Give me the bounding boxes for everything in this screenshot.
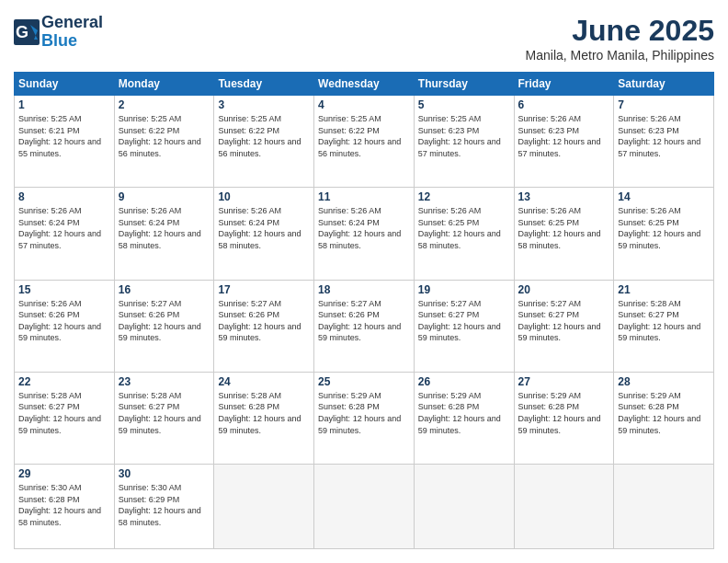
table-row: 15Sunrise: 5:26 AMSunset: 6:26 PMDayligh… (15, 280, 115, 372)
table-row: 22Sunrise: 5:28 AMSunset: 6:27 PMDayligh… (15, 372, 115, 464)
logo-icon: G (14, 19, 40, 45)
table-row: 21Sunrise: 5:28 AMSunset: 6:27 PMDayligh… (614, 280, 714, 372)
table-row: 23Sunrise: 5:28 AMSunset: 6:27 PMDayligh… (114, 372, 214, 464)
table-row: 24Sunrise: 5:28 AMSunset: 6:28 PMDayligh… (214, 372, 314, 464)
header-sunday: Sunday (15, 73, 115, 96)
header-friday: Friday (514, 73, 614, 96)
table-row: 16Sunrise: 5:27 AMSunset: 6:26 PMDayligh… (114, 280, 214, 372)
table-row: 30Sunrise: 5:30 AMSunset: 6:29 PMDayligh… (114, 465, 214, 549)
table-row (414, 465, 514, 549)
table-row: 14Sunrise: 5:26 AMSunset: 6:25 PMDayligh… (614, 188, 714, 280)
header: G General Blue June 2025 Manila, Metro M… (14, 14, 714, 63)
table-row: 9Sunrise: 5:26 AMSunset: 6:24 PMDaylight… (114, 188, 214, 280)
table-row: 17Sunrise: 5:27 AMSunset: 6:26 PMDayligh… (214, 280, 314, 372)
table-row: 27Sunrise: 5:29 AMSunset: 6:28 PMDayligh… (514, 372, 614, 464)
weekday-header-row: Sunday Monday Tuesday Wednesday Thursday… (15, 73, 714, 96)
table-row: 25Sunrise: 5:29 AMSunset: 6:28 PMDayligh… (314, 372, 415, 464)
calendar-table: Sunday Monday Tuesday Wednesday Thursday… (14, 72, 714, 549)
table-row (314, 465, 415, 549)
location-title: Manila, Metro Manila, Philippines (526, 48, 714, 63)
month-title: June 2025 (526, 14, 714, 48)
header-thursday: Thursday (414, 73, 514, 96)
logo-line1: General (41, 14, 103, 32)
page: G General Blue June 2025 Manila, Metro M… (0, 0, 728, 563)
table-row: 28Sunrise: 5:29 AMSunset: 6:28 PMDayligh… (614, 372, 714, 464)
table-row: 1Sunrise: 5:25 AMSunset: 6:21 PMDaylight… (15, 96, 115, 188)
table-row: 26Sunrise: 5:29 AMSunset: 6:28 PMDayligh… (414, 372, 514, 464)
header-tuesday: Tuesday (214, 73, 314, 96)
table-row: 4Sunrise: 5:25 AMSunset: 6:22 PMDaylight… (314, 96, 415, 188)
table-row (614, 465, 714, 549)
table-row: 7Sunrise: 5:26 AMSunset: 6:23 PMDaylight… (614, 96, 714, 188)
table-row: 18Sunrise: 5:27 AMSunset: 6:26 PMDayligh… (314, 280, 415, 372)
logo-line2: Blue (41, 32, 103, 51)
table-row: 8Sunrise: 5:26 AMSunset: 6:24 PMDaylight… (15, 188, 115, 280)
table-row: 11Sunrise: 5:26 AMSunset: 6:24 PMDayligh… (314, 188, 415, 280)
table-row: 12Sunrise: 5:26 AMSunset: 6:25 PMDayligh… (414, 188, 514, 280)
logo: G General Blue (14, 14, 103, 51)
table-row: 13Sunrise: 5:26 AMSunset: 6:25 PMDayligh… (514, 188, 614, 280)
title-block: June 2025 Manila, Metro Manila, Philippi… (526, 14, 714, 63)
table-row: 6Sunrise: 5:26 AMSunset: 6:23 PMDaylight… (514, 96, 614, 188)
table-row: 2Sunrise: 5:25 AMSunset: 6:22 PMDaylight… (114, 96, 214, 188)
table-row (214, 465, 314, 549)
table-row (514, 465, 614, 549)
table-row: 5Sunrise: 5:25 AMSunset: 6:23 PMDaylight… (414, 96, 514, 188)
header-wednesday: Wednesday (314, 73, 415, 96)
header-monday: Monday (114, 73, 214, 96)
svg-text:G: G (16, 23, 28, 41)
table-row: 3Sunrise: 5:25 AMSunset: 6:22 PMDaylight… (214, 96, 314, 188)
table-row: 19Sunrise: 5:27 AMSunset: 6:27 PMDayligh… (414, 280, 514, 372)
table-row: 10Sunrise: 5:26 AMSunset: 6:24 PMDayligh… (214, 188, 314, 280)
header-saturday: Saturday (614, 73, 714, 96)
table-row: 20Sunrise: 5:27 AMSunset: 6:27 PMDayligh… (514, 280, 614, 372)
table-row: 29Sunrise: 5:30 AMSunset: 6:28 PMDayligh… (15, 465, 115, 549)
